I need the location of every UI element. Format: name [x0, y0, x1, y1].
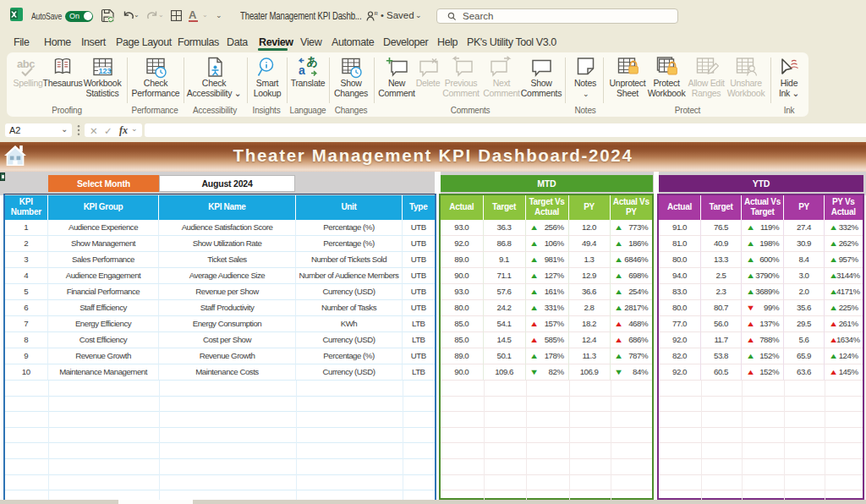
svg-text:R: R	[375, 11, 379, 16]
svg-text:123: 123	[99, 67, 112, 75]
svg-text:あ: あ	[307, 56, 318, 68]
svg-text:a: a	[299, 63, 305, 77]
